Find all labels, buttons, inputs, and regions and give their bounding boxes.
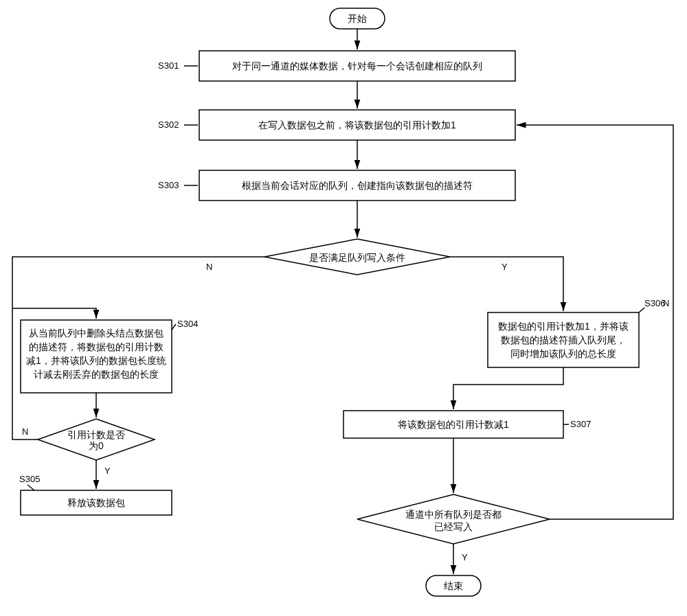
d3-text-l1: 通道中所有队列是否都 (405, 509, 502, 520)
s303-text: 根据当前会话对应的队列，创建指向该数据包的描述符 (242, 180, 473, 191)
s304-text-l1: 从当前队列中删除头结点数据包 (29, 328, 164, 339)
connector (27, 485, 34, 490)
edge-label-y: Y (104, 466, 111, 476)
s305-tag: S305 (19, 474, 40, 484)
s303-tag: S303 (158, 180, 179, 190)
s306-text-l3: 同时增加该队列的总长度 (510, 348, 616, 359)
s304-text-l4: 计减去刚丢弃的数据包的长度 (34, 369, 159, 380)
edge-label-y: Y (502, 262, 508, 272)
edge-label-n: N (663, 298, 669, 308)
s301-text: 对于同一通道的媒体数据，针对每一个会话创建相应的队列 (232, 60, 482, 71)
s307-tag: S307 (570, 419, 591, 429)
s307-text: 将该数据包的引用计数减1 (397, 419, 509, 430)
arrow (453, 367, 563, 409)
start-label: 开始 (348, 13, 367, 24)
s304-node: 从当前队列中删除头结点数据包 的描述符，将数据包的引用计数 减1，并将该队列的数… (21, 320, 172, 393)
d3-node: 通道中所有队列是否都 已经写入 (357, 494, 550, 544)
s306-tag: S306 (644, 298, 665, 308)
flowchart: 开始 对于同一通道的媒体数据，针对每一个会话创建相应的队列 S301 在写入数据… (0, 0, 687, 616)
edge-label-n: N (206, 262, 212, 272)
s302-tag: S302 (158, 119, 179, 130)
s306-text-l1: 数据包的引用计数加1，并将该 (498, 321, 629, 332)
d3-text-l2: 已经写入 (434, 521, 473, 532)
s306-text-l2: 数据包的描述符插入队列尾， (501, 334, 626, 345)
s304-tag: S304 (177, 319, 198, 329)
arrow (12, 308, 96, 319)
s304-text-l2: 的描述符，将数据包的引用计数 (29, 341, 164, 352)
connector (639, 308, 644, 312)
s302-text: 在写入数据包之前，将该数据包的引用计数加1 (258, 119, 456, 130)
d2-node: 引用计数是否 为0 (38, 419, 155, 460)
start-node: 开始 (330, 8, 385, 29)
edge-label-n: N (22, 426, 28, 437)
d2-text-l2: 为0 (89, 440, 104, 451)
end-label: 结束 (444, 580, 463, 591)
s306-node: 数据包的引用计数加1，并将该 数据包的描述符插入队列尾， 同时增加该队列的总长度 (488, 312, 639, 367)
s307-node: 将该数据包的引用计数减1 (344, 411, 563, 438)
d1-node: 是否满足队列写入条件 (264, 239, 450, 275)
edge-label-y: Y (462, 552, 468, 562)
s301-tag: S301 (158, 60, 179, 71)
s302-node: 在写入数据包之前，将该数据包的引用计数加1 (199, 110, 515, 140)
s303-node: 根据当前会话对应的队列，创建指向该数据包的描述符 (199, 170, 515, 201)
connector (172, 324, 176, 330)
s305-node: 释放该数据包 (21, 490, 172, 515)
d2-text-l1: 引用计数是否 (67, 429, 125, 440)
s304-text-l3: 减1，并将该队列的数据包长度统 (26, 355, 166, 366)
s305-text: 释放该数据包 (67, 497, 125, 508)
connector (12, 257, 264, 308)
s301-node: 对于同一通道的媒体数据，针对每一个会话创建相应的队列 (199, 51, 515, 81)
end-node: 结束 (426, 575, 481, 596)
d1-text: 是否满足队列写入条件 (309, 252, 405, 263)
